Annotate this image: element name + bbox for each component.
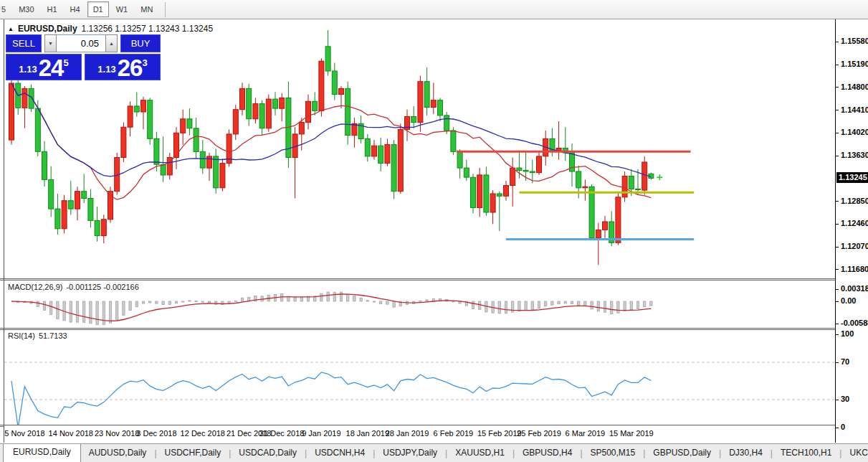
sell-price-sup: 5 xyxy=(63,57,68,68)
date-label: 31 Dec 2018 xyxy=(259,429,304,438)
toolbar-separator xyxy=(165,2,166,17)
sell-price-display[interactable]: 1.13 24 5 xyxy=(6,54,82,80)
chart-tab-gbpusd-h4[interactable]: GBPUSD,H4 xyxy=(515,445,580,462)
candle xyxy=(247,84,252,126)
candle xyxy=(609,211,614,246)
candle xyxy=(266,95,271,132)
buy-button[interactable]: BUY xyxy=(120,34,161,52)
candle xyxy=(95,207,100,242)
candle xyxy=(438,98,443,122)
price-axis[interactable]: 1.13245 1.155801.151901.148001.144101.14… xyxy=(836,19,868,443)
date-label: 6 Feb 2019 xyxy=(434,429,474,438)
candle xyxy=(457,149,462,179)
chart-tab-usdchf-daily[interactable]: USDCHF,Daily xyxy=(157,445,229,462)
candle xyxy=(299,118,304,151)
candle xyxy=(405,110,410,141)
price-tick: 1.14410 xyxy=(841,105,868,114)
price-tick: 1.14800 xyxy=(841,82,868,91)
buy-price-display[interactable]: 1.13 26 3 xyxy=(85,54,161,80)
price-tick: 1.13630 xyxy=(841,151,868,159)
candle xyxy=(115,153,120,195)
axis-tick xyxy=(836,201,839,202)
macd-name: MACD(12,26,9) xyxy=(8,283,62,291)
candle xyxy=(121,123,126,162)
date-label: 18 Jan 2019 xyxy=(346,429,390,438)
date-label: 6 Mar 2019 xyxy=(566,429,606,438)
chart-ohlc-quote: 1.13256 1.13257 1.13243 1.13245 xyxy=(82,24,214,34)
candle xyxy=(194,118,199,159)
rsi-value: 51.7133 xyxy=(39,331,67,340)
chart-tab-sp500-m15[interactable]: SP500,M15 xyxy=(583,445,644,462)
price-tick: 1.12850 xyxy=(841,197,868,205)
chart-tab-gbpusd-daily[interactable]: GBPUSD,Daily xyxy=(645,445,719,462)
candle xyxy=(603,216,608,238)
candle xyxy=(424,67,429,116)
candle xyxy=(306,95,311,130)
candle xyxy=(128,101,133,136)
timeframe-button-m30[interactable]: M30 xyxy=(13,1,39,17)
candle xyxy=(385,138,390,166)
candle xyxy=(42,141,47,187)
date-label: 12 Dec 2018 xyxy=(181,429,225,438)
chart-tab-ukc[interactable]: UKC xyxy=(841,445,868,462)
timeframe-toolbar: 5M30H1H4D1W1MN xyxy=(0,0,868,19)
timeframe-button-mn[interactable]: MN xyxy=(135,1,158,17)
axis-tick xyxy=(836,301,839,302)
candle xyxy=(497,192,502,231)
candle xyxy=(108,187,113,223)
rsi-tick: 30 xyxy=(841,395,849,403)
volume-increase-button[interactable]: ▲ xyxy=(105,34,118,52)
chart-tab-dj30-h4[interactable]: DJ30,H4 xyxy=(721,445,771,462)
axis-tick xyxy=(836,428,839,428)
volume-input[interactable] xyxy=(57,34,105,52)
candle xyxy=(471,174,476,213)
candle xyxy=(319,58,324,116)
rsi-pane[interactable] xyxy=(4,329,834,425)
timeframe-button-w1[interactable]: W1 xyxy=(110,1,134,17)
buy-price-sup: 3 xyxy=(142,57,147,68)
timeframe-button-d1[interactable]: D1 xyxy=(87,1,109,17)
date-label: 5 Nov 2018 xyxy=(4,429,44,438)
candle xyxy=(55,194,60,235)
chart-tab-eurusd-daily[interactable]: EURUSD,Daily xyxy=(3,443,81,462)
candle xyxy=(365,134,370,161)
axis-tick xyxy=(836,156,839,156)
price-tick: 1.15190 xyxy=(841,60,868,68)
macd-tick: 0.003188 xyxy=(841,284,868,293)
candle xyxy=(616,192,621,245)
candle xyxy=(464,160,469,181)
candle xyxy=(563,127,568,161)
chart-tab-audusd-daily[interactable]: AUDUSD,Daily xyxy=(81,445,155,462)
volume-decrease-button[interactable]: ▼ xyxy=(44,34,57,52)
rsi-tick: 100 xyxy=(841,329,854,338)
collapse-icon[interactable]: ▲ xyxy=(8,26,14,32)
macd-values: -0.001125 -0.002166 xyxy=(66,283,138,291)
timeframe-button-5[interactable]: 5 xyxy=(0,1,11,17)
chart-tab-tech100-h1[interactable]: TECH100,H1 xyxy=(773,445,839,462)
symbol-tabs-bar: EURUSD,DailyAUDUSD,Daily|USDCHF,Daily|US… xyxy=(0,443,868,462)
price-tick: 1.12460 xyxy=(841,219,868,227)
candle xyxy=(29,85,34,112)
current-price-label: 1.13245 xyxy=(836,172,868,183)
date-label: 25 Feb 2019 xyxy=(517,429,561,438)
chart-tab-usdjpy-daily[interactable]: USDJPY,Daily xyxy=(375,445,445,462)
axis-tick xyxy=(836,110,839,110)
candle xyxy=(253,98,258,124)
candle xyxy=(292,127,297,198)
chart-tab-usdcnh-h4[interactable]: USDCNH,H4 xyxy=(307,445,373,462)
candle xyxy=(75,187,80,220)
chart-tab-xauusd-h1[interactable]: XAUUSD,H1 xyxy=(447,445,512,462)
candle xyxy=(240,82,245,116)
candle xyxy=(200,140,205,174)
candle xyxy=(187,108,192,136)
candle xyxy=(398,123,403,194)
chart-tab-usdcad-daily[interactable]: USDCAD,Daily xyxy=(231,445,305,462)
candle xyxy=(49,166,54,217)
candle xyxy=(484,167,489,216)
timeframe-button-h1[interactable]: H1 xyxy=(42,1,63,17)
sell-button[interactable]: SELL xyxy=(6,34,42,52)
candle xyxy=(313,92,318,116)
rsi-tick: 0 xyxy=(841,423,845,431)
buy-price-big: 26 xyxy=(118,58,143,77)
timeframe-button-h4[interactable]: H4 xyxy=(65,1,86,17)
